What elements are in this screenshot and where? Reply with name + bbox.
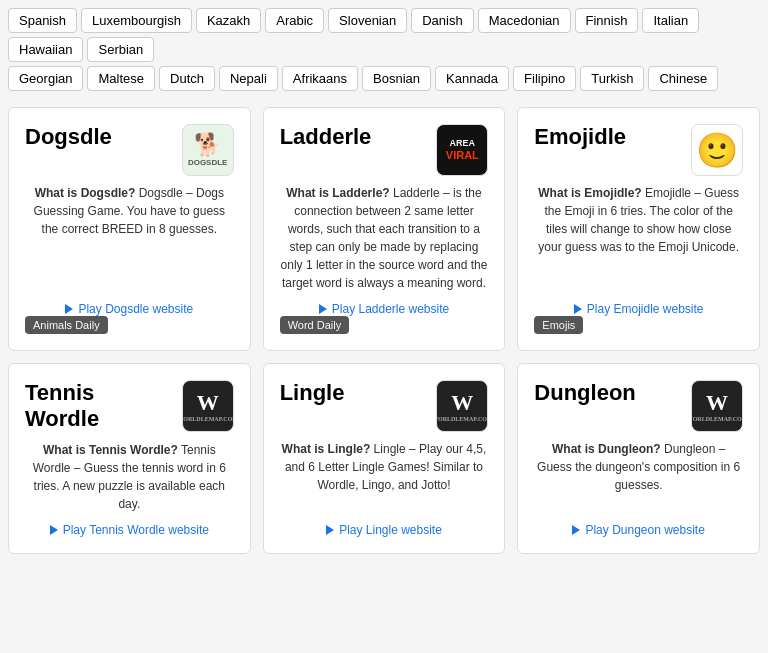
card-link-text: Play Ladderle website <box>332 302 449 316</box>
language-tag[interactable]: Chinese <box>648 66 718 91</box>
game-card-dungleon: Dungleon WWORLDLEMAP.COM What is Dungleo… <box>517 363 760 554</box>
play-icon <box>326 525 334 535</box>
card-header: Dogsdle 🐕DOGSDLE <box>25 124 234 176</box>
language-tag[interactable]: Kazakh <box>196 8 261 33</box>
language-tag[interactable]: Luxembourgish <box>81 8 192 33</box>
language-tag[interactable]: Danish <box>411 8 473 33</box>
card-description: What is Dogsdle? Dogsdle – Dogs Guessing… <box>25 184 234 292</box>
language-tag[interactable]: Nepali <box>219 66 278 91</box>
card-play-link[interactable]: Play Tennis Wordle website <box>25 523 234 537</box>
card-title: Emojidle <box>534 124 683 150</box>
card-description: What is Dungleon? Dungleon – Guess the d… <box>534 440 743 513</box>
card-description: What is Ladderle? Ladderle – is the conn… <box>280 184 489 292</box>
play-icon <box>572 525 580 535</box>
language-tag[interactable]: Georgian <box>8 66 83 91</box>
language-tag[interactable]: Finnish <box>575 8 639 33</box>
language-tag[interactable]: Spanish <box>8 8 77 33</box>
game-card-lingle: Lingle WWORLDLEMAP.COM What is Lingle? L… <box>263 363 506 554</box>
card-icon: AREAVIRAL <box>436 124 488 176</box>
card-header: Dungleon WWORLDLEMAP.COM <box>534 380 743 432</box>
language-tag[interactable]: Kannada <box>435 66 509 91</box>
cards-section: Dogsdle 🐕DOGSDLE What is Dogsdle? Dogsdl… <box>8 107 760 554</box>
card-play-link[interactable]: Play Emojidle website <box>534 302 743 316</box>
card-badge: Word Daily <box>280 316 350 334</box>
game-card-tennis-wordle: Tennis Wordle WWORLDLEMAP.COM What is Te… <box>8 363 251 554</box>
language-tag[interactable]: Macedonian <box>478 8 571 33</box>
language-tag[interactable]: Slovenian <box>328 8 407 33</box>
play-icon <box>50 525 58 535</box>
card-play-link[interactable]: Play Dogsdle website <box>25 302 234 316</box>
card-title: Dungleon <box>534 380 683 406</box>
card-badge: Emojis <box>534 316 583 334</box>
card-header: Ladderle AREAVIRAL <box>280 124 489 176</box>
card-title: Dogsdle <box>25 124 174 150</box>
language-tag[interactable]: Arabic <box>265 8 324 33</box>
cards-grid: Dogsdle 🐕DOGSDLE What is Dogsdle? Dogsdl… <box>8 107 760 554</box>
game-card-ladderle: Ladderle AREAVIRAL What is Ladderle? Lad… <box>263 107 506 351</box>
card-description: What is Tennis Wordle? Tennis Wordle – G… <box>25 441 234 513</box>
card-link-text: Play Lingle website <box>339 523 442 537</box>
language-tag[interactable]: Afrikaans <box>282 66 358 91</box>
card-link-text: Play Dungeon website <box>585 523 704 537</box>
language-row-2: GeorgianMalteseDutchNepaliAfrikaansBosni… <box>8 66 760 91</box>
language-tag[interactable]: Hawaiian <box>8 37 83 62</box>
language-tag[interactable]: Turkish <box>580 66 644 91</box>
card-play-link[interactable]: Play Ladderle website <box>280 302 489 316</box>
card-link-text: Play Dogsdle website <box>78 302 193 316</box>
card-description: What is Emojidle? Emojidle – Guess the E… <box>534 184 743 292</box>
card-icon: WWORLDLEMAP.COM <box>182 380 234 432</box>
card-badge: Animals Daily <box>25 316 108 334</box>
card-title: Ladderle <box>280 124 429 150</box>
language-tag[interactable]: Bosnian <box>362 66 431 91</box>
language-tag[interactable]: Serbian <box>87 37 154 62</box>
language-section: SpanishLuxembourgishKazakhArabicSlovenia… <box>8 8 760 91</box>
card-description: What is Lingle? Lingle – Play our 4,5, a… <box>280 440 489 513</box>
play-icon <box>574 304 582 314</box>
card-header: Lingle WWORLDLEMAP.COM <box>280 380 489 432</box>
language-tag[interactable]: Maltese <box>87 66 155 91</box>
card-icon: 🐕DOGSDLE <box>182 124 234 176</box>
play-icon <box>319 304 327 314</box>
language-tag[interactable]: Dutch <box>159 66 215 91</box>
language-row-1: SpanishLuxembourgishKazakhArabicSlovenia… <box>8 8 760 62</box>
card-header: Tennis Wordle WWORLDLEMAP.COM <box>25 380 234 433</box>
card-link-text: Play Emojidle website <box>587 302 704 316</box>
card-icon: WWORLDLEMAP.COM <box>691 380 743 432</box>
play-icon <box>65 304 73 314</box>
game-card-emojidle: Emojidle 🙂 What is Emojidle? Emojidle – … <box>517 107 760 351</box>
card-header: Emojidle 🙂 <box>534 124 743 176</box>
card-play-link[interactable]: Play Dungeon website <box>534 523 743 537</box>
game-card-dogsdle: Dogsdle 🐕DOGSDLE What is Dogsdle? Dogsdl… <box>8 107 251 351</box>
card-title: Tennis Wordle <box>25 380 174 433</box>
card-title: Lingle <box>280 380 429 406</box>
card-link-text: Play Tennis Wordle website <box>63 523 209 537</box>
language-tag[interactable]: Filipino <box>513 66 576 91</box>
language-tag[interactable]: Italian <box>642 8 699 33</box>
card-play-link[interactable]: Play Lingle website <box>280 523 489 537</box>
card-icon: 🙂 <box>691 124 743 176</box>
card-icon: WWORLDLEMAP.COM <box>436 380 488 432</box>
